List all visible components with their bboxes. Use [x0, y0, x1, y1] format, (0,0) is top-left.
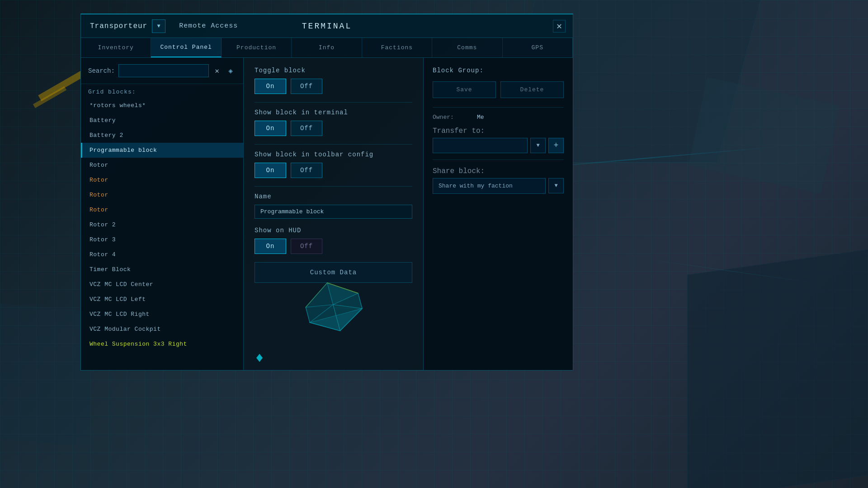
middle-panel: Toggle block On Off Show block in termin… — [244, 58, 424, 370]
transfer-add-button[interactable]: + — [548, 138, 564, 153]
list-item[interactable]: VCZ MC LCD Right — [81, 307, 243, 322]
divider-3 — [255, 186, 412, 187]
show-terminal-label: Show block in terminal — [255, 109, 412, 116]
name-input[interactable] — [255, 205, 412, 219]
svg-line-9 — [306, 293, 362, 323]
show-toolbar-on-button[interactable]: On — [255, 163, 286, 178]
list-item[interactable]: Rotor — [81, 158, 243, 173]
remote-access-label: Remote Access — [179, 22, 238, 30]
tab-control-panel[interactable]: Control Panel — [151, 38, 221, 57]
divider-1 — [255, 102, 412, 103]
owner-row: Owner: Me — [433, 114, 564, 121]
list-item[interactable]: Rotor 3 — [81, 232, 243, 247]
svg-line-11 — [301, 283, 331, 307]
svg-line-8 — [327, 283, 340, 331]
tab-gps[interactable]: GPS — [503, 38, 573, 57]
search-filter-icon[interactable]: ◈ — [225, 66, 236, 75]
show-toolbar-row: On Off — [255, 163, 412, 178]
save-button[interactable]: Save — [433, 81, 496, 98]
svg-marker-4 — [306, 300, 336, 323]
svg-marker-5 — [333, 298, 366, 331]
corner-marker — [256, 354, 263, 362]
show-toolbar-off-button[interactable]: Off — [291, 163, 322, 178]
toggle-block-row: On Off — [255, 79, 412, 94]
transfer-dropdown[interactable] — [433, 138, 528, 153]
list-item[interactable]: Wheel Suspension 3x3 Right — [81, 337, 243, 352]
transfer-dropdown-button[interactable]: ▼ — [530, 138, 546, 153]
transfer-key: Transfer to: — [433, 127, 564, 135]
svg-marker-3 — [332, 293, 362, 315]
tab-factions[interactable]: Factions — [362, 38, 432, 57]
list-item[interactable]: Rotor 4 — [81, 247, 243, 262]
tab-inventory[interactable]: Inventory — [81, 38, 151, 57]
left-panel: Search: ✕ ◈ Grid blocks: *rotors wheels*… — [81, 58, 244, 370]
tab-bar: Inventory Control Panel Production Info … — [81, 38, 573, 58]
search-label: Search: — [88, 67, 115, 75]
divider-right-2 — [433, 160, 564, 160]
content-area: Search: ✕ ◈ Grid blocks: *rotors wheels*… — [81, 58, 573, 370]
tab-comms[interactable]: Comms — [432, 38, 502, 57]
header-bar: Transporteur ▼ Remote Access Terminal ✕ — [81, 14, 573, 38]
tab-info[interactable]: Info — [292, 38, 362, 57]
right-panel: Block Group: Save Delete Owner: Me Trans… — [424, 58, 573, 370]
list-item[interactable]: Battery 2 — [81, 128, 243, 143]
toggle-block-on-button[interactable]: On — [255, 79, 286, 94]
share-dropdown-row: Share with my faction ▼ — [433, 178, 564, 194]
terminal-title: Terminal — [302, 22, 352, 31]
delete-button[interactable]: Delete — [500, 81, 564, 98]
search-clear-icon[interactable]: ✕ — [212, 66, 222, 75]
divider-2 — [255, 144, 412, 145]
svg-marker-0 — [301, 276, 366, 338]
show-hud-off-button[interactable]: Off — [291, 239, 322, 254]
list-item[interactable]: Rotor — [81, 188, 243, 202]
bg-shape-3 — [688, 77, 840, 194]
name-section: Name — [255, 193, 412, 219]
svg-marker-6 — [307, 305, 340, 338]
share-key: Share block: — [433, 167, 564, 175]
tab-production[interactable]: Production — [222, 38, 292, 57]
list-item[interactable]: VCZ MC LCD Left — [81, 292, 243, 307]
show-terminal-on-button[interactable]: On — [255, 121, 286, 136]
list-item[interactable]: VCZ Modular Cockpit — [81, 322, 243, 337]
action-row: Save Delete — [433, 81, 564, 98]
transfer-row: ▼ + — [433, 138, 564, 153]
block-group-label: Block Group: — [433, 67, 564, 74]
search-input[interactable] — [118, 64, 209, 77]
ship-dropdown-button[interactable]: ▼ — [152, 19, 165, 33]
list-item[interactable]: Rotor 2 — [81, 217, 243, 232]
show-terminal-off-button[interactable]: Off — [291, 121, 322, 136]
block-list: *rotors wheels* Battery Battery 2 Progra… — [81, 98, 243, 370]
search-bar: Search: ✕ ◈ — [81, 58, 243, 84]
toggle-block-off-button[interactable]: Off — [291, 79, 322, 94]
svg-marker-7 — [310, 309, 366, 338]
show-toolbar-label: Show block in toolbar config — [255, 151, 412, 158]
show-hud-label: Show on HUD — [255, 227, 412, 234]
owner-key: Owner: — [433, 114, 473, 121]
svg-marker-2 — [301, 283, 333, 312]
share-section: Share block: Share with my faction ▼ — [433, 167, 564, 194]
owner-value: Me — [477, 114, 484, 121]
terminal-window: Transporteur ▼ Remote Access Terminal ✕ … — [80, 14, 573, 371]
share-dropdown-button[interactable]: ▼ — [548, 178, 564, 193]
bg-shape-4 — [0, 303, 90, 446]
list-item-selected[interactable]: Programmable block — [81, 143, 243, 158]
show-hud-on-button[interactable]: On — [255, 239, 286, 254]
list-item[interactable]: *rotors wheels* — [81, 98, 243, 113]
list-item[interactable]: Battery — [81, 113, 243, 128]
list-item[interactable]: VCZ MC LCD Center — [81, 277, 243, 292]
grid-blocks-header: Grid blocks: — [81, 84, 243, 98]
bg-shape-2 — [687, 249, 868, 488]
custom-data-button[interactable]: Custom Data — [255, 262, 412, 283]
list-item[interactable]: Rotor — [81, 173, 243, 188]
show-terminal-row: On Off — [255, 121, 412, 136]
toggle-block-label: Toggle block — [255, 67, 412, 74]
close-button[interactable]: ✕ — [553, 20, 566, 33]
divider-right-1 — [433, 107, 564, 108]
show-hud-row: On Off — [255, 239, 412, 254]
ship-name: Transporteur — [90, 22, 147, 30]
transfer-section: Transfer to: ▼ + — [433, 127, 564, 153]
share-dropdown[interactable]: Share with my faction — [433, 178, 546, 194]
name-label: Name — [255, 193, 412, 200]
list-item[interactable]: Timer Block — [81, 262, 243, 277]
list-item[interactable]: Rotor — [81, 202, 243, 217]
